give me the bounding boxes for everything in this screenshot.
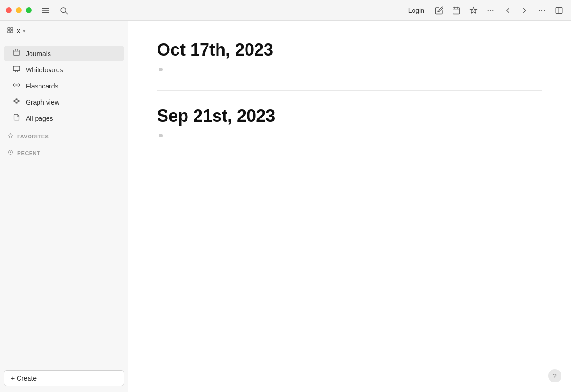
sidebar-toggle-button[interactable] [553,4,565,17]
sidebar: x ▾ Journals [0,21,128,392]
help-button[interactable]: ? [548,369,561,382]
whiteboards-label: Whiteboards [26,66,63,74]
maximize-button[interactable] [26,7,32,13]
search-icon [59,6,68,15]
graph-icon [13,98,20,105]
journal-bullet-1 [159,68,163,71]
favorites-icon [8,133,13,140]
edit-button[interactable] [433,4,445,17]
edit-icon [435,6,443,15]
sidebar-item-journals[interactable]: Journals [4,46,124,61]
svg-rect-21 [13,50,19,56]
titlebar-left-icons [39,4,404,17]
menu-icon [41,6,50,15]
whiteboards-icon [11,65,21,74]
sidebar-toggle-icon [555,6,563,15]
forward-icon [521,6,529,15]
journals-icon [11,49,21,58]
journal-date-2: Sep 21st, 2023 [157,106,542,126]
sidebar-item-flashcards[interactable]: Flashcards [4,78,124,94]
pages-icon [13,114,20,121]
journals-label: Journals [26,50,51,58]
back-icon [503,6,512,15]
infinity-icon [13,81,20,88]
svg-line-35 [17,101,18,103]
calendar-icon [452,6,461,15]
svg-rect-5 [453,8,460,14]
chevron-down-icon: ▾ [23,28,26,34]
app-body: x ▾ Journals [0,21,571,392]
main-content: Oct 17th, 2023 Sep 21st, 2023 [128,21,571,392]
svg-line-4 [65,12,67,14]
journal-date-1: Oct 17th, 2023 [157,40,542,60]
graph-view-icon [11,98,21,107]
sidebar-nav: Journals Whiteboards [0,41,128,364]
all-pages-icon [11,114,21,123]
calendar-small-icon [13,49,20,56]
svg-line-33 [15,99,16,101]
workspace-icon [7,27,14,35]
svg-line-36 [15,101,16,103]
login-button[interactable]: Login [404,5,428,16]
journal-entry-1: Oct 17th, 2023 [157,40,542,71]
settings-icon [486,6,495,15]
extensions-button[interactable] [467,4,480,17]
menu-button[interactable] [39,4,52,17]
recent-icon [8,149,13,157]
create-button[interactable]: + Create [4,370,124,386]
journal-entry-2: Sep 21st, 2023 [157,106,542,137]
flashcards-icon [11,81,21,90]
svg-rect-19 [8,31,10,33]
sidebar-item-graph-view[interactable]: Graph view [4,94,124,110]
extensions-icon [469,6,478,15]
recent-label: RECENT [17,150,40,156]
svg-point-14 [544,10,545,10]
traffic-lights [6,7,32,13]
svg-marker-37 [8,133,13,138]
svg-point-13 [541,10,542,10]
sidebar-item-whiteboards[interactable]: Whiteboards [4,62,124,78]
back-button[interactable] [502,4,514,17]
workspace-header[interactable]: x ▾ [0,21,128,41]
flashcards-label: Flashcards [26,82,58,90]
sidebar-bottom: + Create [0,364,128,392]
svg-point-12 [539,10,540,10]
journal-bullet-2 [159,134,163,137]
titlebar-right: Login [404,4,565,17]
graph-view-label: Graph view [26,98,59,106]
favorites-label: FAVORITES [17,134,49,139]
whiteboard-icon [13,65,20,72]
workspace-name: x [17,27,20,35]
svg-rect-18 [11,28,13,29]
sidebar-item-all-pages[interactable]: All pages [4,110,124,126]
grid-icon [7,27,14,34]
search-button[interactable] [58,4,70,17]
minimize-button[interactable] [16,7,22,13]
svg-rect-25 [13,66,20,71]
recent-section[interactable]: RECENT [0,147,128,159]
more-icon [538,6,546,15]
favorites-section[interactable]: FAVORITES [0,130,128,143]
more-button[interactable] [536,4,548,17]
settings-button[interactable] [484,4,497,17]
close-button[interactable] [6,7,12,13]
svg-rect-15 [556,7,562,14]
all-pages-label: All pages [26,115,53,122]
journal-divider [157,90,542,91]
svg-rect-17 [8,28,10,29]
svg-line-34 [17,99,18,101]
calendar-button[interactable] [450,4,463,17]
forward-button[interactable] [519,4,531,17]
titlebar: Login [0,0,571,21]
svg-rect-20 [11,31,13,33]
